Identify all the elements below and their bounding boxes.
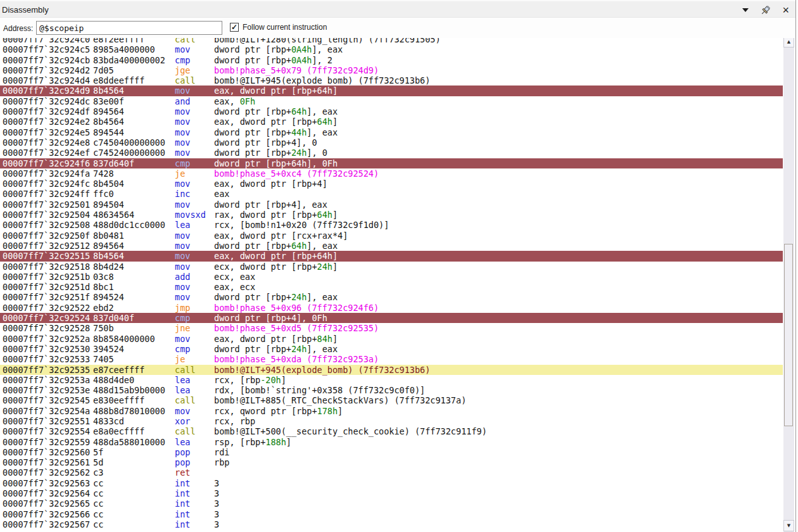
disasm-row[interactable]: 00007ff7`32c9252a8b8584000000moveax, dwo…	[0, 334, 783, 344]
instruction-mnemonic: mov	[175, 137, 190, 148]
instruction-mnemonic: je	[175, 168, 185, 179]
operand-segment: 64h	[291, 241, 307, 251]
instruction-mnemonic: mov	[175, 334, 190, 344]
operand-segment: 64h	[317, 251, 332, 261]
disasm-row[interactable]: 00007ff7`32c925514833cdxorrcx, rbp	[0, 416, 783, 426]
disasm-row[interactable]: 00007ff7`32c924fa7428jebomb!phase_5+0xc4…	[0, 168, 783, 179]
disasm-row[interactable]: 00007ff7`32c9250f8b0481moveax, dword ptr…	[0, 231, 783, 241]
disasm-row[interactable]: 00007ff7`32c924fc8b4504moveax, dword ptr…	[0, 179, 783, 189]
close-icon[interactable]: ×	[782, 4, 789, 16]
instruction-address: 00007ff7`32c9253a	[3, 375, 90, 385]
operand-segment: bomb!phase_5+0xd5 (7ff732c92535)	[214, 323, 379, 333]
instruction-mnemonic: lea	[175, 220, 190, 230]
disasm-row[interactable]: 00007ff7`32c924f6837d640fcmpdword ptr [r…	[0, 158, 783, 168]
follow-current-instruction-checkbox[interactable]: ✓	[230, 23, 239, 32]
disasm-row[interactable]: 00007ff7`32c9251b03c8addecx, eax	[0, 272, 783, 282]
instruction-operands: 3	[214, 498, 219, 509]
instruction-operands: bomb!phase_5+0xc4 (7ff732c92524)	[214, 168, 379, 179]
instruction-bytes: e830eeffff	[93, 395, 144, 405]
instruction-mnemonic: int	[175, 498, 190, 509]
panel-menu-caret-icon[interactable]	[742, 8, 749, 12]
disasm-row[interactable]: 00007ff7`32c92524837d040fcmpdword ptr [r…	[0, 313, 783, 323]
disasm-row[interactable]: 00007ff7`32c924d27d05jgebomb!phase_5+0x7…	[0, 65, 783, 75]
disasm-row[interactable]: 00007ff7`32c92545e830eeffffcallbomb!@ILT…	[0, 395, 783, 405]
instruction-address: 00007ff7`32c924ff	[3, 189, 90, 199]
disasm-row[interactable]: 00007ff7`32c924e8c7450400000000movdword …	[0, 137, 783, 148]
disasm-row[interactable]: 00007ff7`32c9253e488d15ab9b0000leardx, […	[0, 385, 783, 395]
disasm-row[interactable]: 00007ff7`32c92559488da588010000learsp, […	[0, 437, 783, 447]
disasm-row[interactable]: 00007ff7`32c924d4e8ddeeffffcallbomb!@ILT…	[0, 75, 783, 86]
disasm-row[interactable]: 00007ff7`32c92501894504movdword ptr [rbp…	[0, 200, 783, 210]
instruction-operands: rbp	[214, 457, 229, 467]
vertical-scrollbar[interactable]: ▲ ▼	[783, 35, 794, 532]
instruction-mnemonic: call	[175, 426, 196, 436]
disasm-row[interactable]: 00007ff7`32c9251d8bc1moveax, ecx	[0, 282, 783, 292]
instruction-bytes: ebd2	[93, 303, 114, 313]
disasm-row[interactable]: 00007ff7`32c92528750bjnebomb!phase_5+0xd…	[0, 323, 783, 333]
instruction-bytes: 5d	[93, 457, 103, 467]
disasm-row[interactable]: 00007ff7`32c92565ccint3	[0, 498, 783, 509]
instruction-bytes: 837d040f	[93, 313, 134, 323]
disasm-row[interactable]: 00007ff7`32c92554e8a0ecffffcallbomb!@ILT…	[0, 426, 783, 436]
disasm-row[interactable]: 00007ff7`32c92530394524cmpdword ptr [rbp…	[0, 344, 783, 354]
disasm-row[interactable]: 00007ff7`32c92522ebd2jmpbomb!phase_5+0x9…	[0, 303, 783, 313]
disasm-row[interactable]: 00007ff7`32c92535e87ceeffffcallbomb!@ILT…	[0, 365, 783, 375]
disasm-row[interactable]: 00007ff7`32c924e28b4564moveax, dword ptr…	[0, 117, 783, 127]
address-input[interactable]	[36, 21, 222, 35]
instruction-bytes: 7d05	[93, 65, 114, 75]
scrollbar-thumb[interactable]	[784, 244, 793, 426]
disasm-row[interactable]: 00007ff7`32c925158b4564moveax, dword ptr…	[0, 251, 783, 261]
instruction-operands: dword ptr [rbp+4], 0Fh	[214, 313, 327, 323]
pin-icon[interactable]	[760, 5, 771, 16]
disasm-row[interactable]: 00007ff7`32c92512894564movdword ptr [rbp…	[0, 241, 783, 251]
disasm-row[interactable]: 00007ff7`32c925188b4d24movecx, dword ptr…	[0, 262, 783, 272]
disasm-row[interactable]: 00007ff7`32c9254a488b8d78010000movrcx, q…	[0, 406, 783, 416]
instruction-operands: 3	[214, 488, 219, 498]
disasm-row[interactable]: 00007ff7`32c92563ccint3	[0, 478, 783, 488]
operand-segment: dword ptr [rbp+4], eax	[214, 200, 327, 210]
operand-segment: ], eax	[307, 106, 338, 117]
instruction-bytes: 7405	[93, 354, 114, 364]
operand-segment: eax, ecx	[214, 282, 255, 292]
instruction-bytes: 894564	[93, 106, 124, 117]
instruction-mnemonic: lea	[175, 375, 190, 385]
instruction-bytes: 8985a4000000	[93, 44, 155, 54]
instruction-operands: bomb!@ILT+945(explode_bomb) (7ff732c913b…	[214, 365, 430, 375]
disasm-row[interactable]: 00007ff7`32c9251f894524movdword ptr [rbp…	[0, 292, 783, 302]
disasm-row[interactable]: 00007ff7`32c92562c3ret	[0, 467, 783, 478]
instruction-mnemonic: pop	[175, 457, 190, 467]
operand-segment: rsp, [rbp+	[214, 437, 265, 447]
operand-segment: 24h	[291, 148, 307, 158]
disasm-row[interactable]: 00007ff7`32c92566ccint3	[0, 509, 783, 519]
instruction-operands: dword ptr [rbp+4], 0	[214, 137, 317, 148]
disasm-row[interactable]: 00007ff7`32c92567ccint3	[0, 519, 783, 529]
instruction-bytes: c3	[93, 467, 103, 478]
disasm-row[interactable]: 00007ff7`32c925615dpoprbp	[0, 457, 783, 467]
instruction-address: 00007ff7`32c92524	[3, 313, 90, 323]
disasm-row[interactable]: 00007ff7`32c924df894564movdword ptr [rbp…	[0, 106, 783, 117]
disasm-row[interactable]: 00007ff7`32c9253a488d4de0learcx, [rbp-20…	[0, 375, 783, 385]
disasm-row[interactable]: 00007ff7`32c9250448634564movsxdrax, dwor…	[0, 210, 783, 220]
disasm-row[interactable]: 00007ff7`32c92564ccint3	[0, 488, 783, 498]
operand-segment: ecx, eax	[214, 272, 255, 282]
instruction-bytes: 750b	[93, 323, 114, 333]
operand-segment: dword ptr [rbp+	[214, 55, 291, 65]
disasm-row[interactable]: 00007ff7`32c924d98b4564moveax, dword ptr…	[0, 86, 783, 96]
disasm-row[interactable]: 00007ff7`32c924cb83bda400000002cmpdword …	[0, 55, 783, 65]
instruction-mnemonic: mov	[175, 106, 190, 117]
instruction-operands: ecx, dword ptr [rbp+24h]	[214, 262, 338, 272]
disasm-row[interactable]: 00007ff7`32c924dc83e00fandeax, 0Fh	[0, 96, 783, 106]
instruction-operands: eax, dword ptr [rbp+64h]	[214, 86, 338, 96]
disasm-row[interactable]: 00007ff7`32c924e5894544movdword ptr [rbp…	[0, 127, 783, 137]
address-label: Address:	[3, 24, 33, 33]
scroll-down-icon[interactable]: ▼	[783, 520, 794, 531]
disasm-row[interactable]: 00007ff7`32c924efc7452400000000movdword …	[0, 148, 783, 158]
disasm-row[interactable]: 00007ff7`32c925337405jebomb!phase_5+0xda…	[0, 354, 783, 364]
disasm-row[interactable]: 00007ff7`32c924c58985a4000000movdword pt…	[0, 44, 783, 54]
operand-segment: 188h	[265, 437, 286, 447]
instruction-address: 00007ff7`32c92564	[3, 488, 90, 498]
disasm-row[interactable]: 00007ff7`32c92508488d0dc1cc0000learcx, […	[0, 220, 783, 230]
disasm-row[interactable]: 00007ff7`32c924ffffc0inceax	[0, 189, 783, 199]
operand-segment: eax, dword ptr [rbp+4]	[214, 179, 327, 189]
disasm-row[interactable]: 00007ff7`32c925605fpoprdi	[0, 447, 783, 457]
